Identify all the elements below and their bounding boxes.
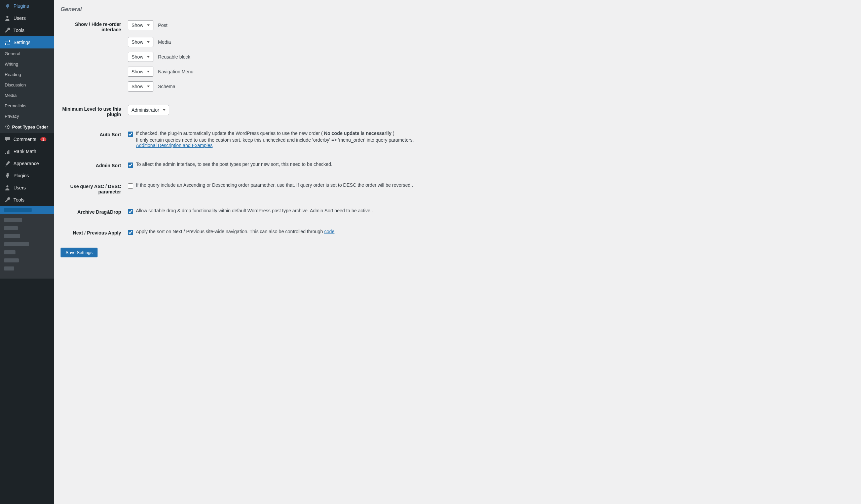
- sidebar-label: Tools: [13, 197, 25, 203]
- sidebar-label: Plugins: [13, 3, 29, 9]
- svg-point-2: [7, 126, 8, 127]
- select-min-level[interactable]: Administrator: [128, 105, 169, 115]
- sidebar-item-comments[interactable]: Comments 1: [0, 133, 54, 145]
- sidebar-label: Post Types Order: [12, 124, 48, 130]
- user-icon: [4, 15, 11, 22]
- label-nextprev: Next / Previous Apply: [60, 229, 128, 235]
- submenu-general[interactable]: General: [0, 49, 54, 59]
- submenu-permalinks[interactable]: Permalinks: [0, 100, 54, 111]
- label-admin-sort: Admin Sort: [60, 162, 128, 168]
- label-asc-desc: Use query ASC / DESC parameter: [60, 182, 128, 194]
- user-icon: [4, 185, 11, 191]
- save-settings-button[interactable]: Save Settings: [60, 248, 97, 257]
- archive-text: Allow sortable drag & drop functionality…: [136, 208, 373, 213]
- comments-count-badge: 1: [40, 137, 46, 141]
- section-heading: General: [60, 6, 471, 13]
- nextprev-text: Apply the sort on Next / Previous site-w…: [136, 229, 334, 234]
- submenu-media[interactable]: Media: [0, 90, 54, 100]
- sidebar-item-settings[interactable]: Settings: [0, 36, 54, 49]
- type-reusable: Reusable block: [158, 54, 190, 59]
- sidebar-item-rankmath[interactable]: Rank Math: [0, 145, 54, 158]
- plug-icon: [4, 172, 11, 179]
- select-reusable[interactable]: Show: [128, 52, 153, 62]
- submenu-writing[interactable]: Writing: [0, 59, 54, 69]
- auto-sort-text: If checked, the plug-in automatically up…: [136, 131, 414, 148]
- bars-icon: [4, 148, 11, 155]
- nextprev-code-link[interactable]: code: [324, 229, 334, 234]
- admin-sidebar: Plugins Users Tools Settings General Wri…: [0, 0, 54, 504]
- sidebar-label: Users: [13, 185, 26, 190]
- settings-page: General Show / Hide re-order interface S…: [54, 0, 478, 504]
- submenu-post-types-order[interactable]: Post Types Order: [0, 121, 54, 133]
- wrench-icon: [4, 196, 11, 203]
- brush-icon: [4, 160, 11, 167]
- type-media: Media: [158, 39, 171, 45]
- settings-submenu: General Writing Reading Discussion Media…: [0, 49, 54, 133]
- admin-sort-text: To affect the admin interface, to see th…: [136, 162, 332, 167]
- label-auto-sort: Auto Sort: [60, 131, 128, 137]
- sliders-icon: [4, 39, 11, 46]
- label-show-hide: Show / Hide re-order interface: [60, 20, 128, 32]
- sidebar-obscured-items: [0, 214, 54, 278]
- sidebar-label: Appearance: [13, 161, 39, 166]
- auto-sort-desc: If only certain queries need to use the …: [136, 137, 414, 142]
- auto-sort-link[interactable]: Additional Description and Examples: [136, 142, 213, 148]
- plug-icon: [4, 3, 11, 10]
- asc-desc-text: If the query include an Ascending or Des…: [136, 182, 413, 188]
- comment-icon: [4, 136, 11, 142]
- sidebar-label: Users: [13, 15, 26, 21]
- select-post[interactable]: Show: [128, 20, 153, 30]
- select-nav[interactable]: Show: [128, 67, 153, 77]
- select-schema[interactable]: Show: [128, 81, 153, 92]
- sidebar-expanded-section[interactable]: [0, 206, 54, 214]
- sidebar-label: Tools: [13, 28, 25, 33]
- type-nav: Navigation Menu: [158, 69, 193, 74]
- sidebar-item-tools-2[interactable]: Tools: [0, 194, 54, 206]
- svg-point-0: [6, 16, 9, 18]
- sidebar-item-plugins[interactable]: Plugins: [0, 0, 54, 12]
- sidebar-item-users[interactable]: Users: [0, 12, 54, 24]
- sidebar-label: Plugins: [13, 173, 29, 178]
- label-archive: Archive Drag&Drop: [60, 208, 128, 215]
- checkbox-nextprev[interactable]: [128, 230, 133, 235]
- sidebar-label: Comments: [13, 137, 36, 142]
- svg-point-3: [6, 186, 9, 187]
- sidebar-item-appearance[interactable]: Appearance: [0, 158, 54, 169]
- submenu-privacy[interactable]: Privacy: [0, 111, 54, 121]
- type-post: Post: [158, 23, 167, 28]
- sidebar-item-users-2[interactable]: Users: [0, 182, 54, 194]
- type-schema: Schema: [158, 84, 175, 89]
- gear-outline-icon: [5, 124, 10, 131]
- sidebar-label: Rank Math: [13, 149, 36, 154]
- checkbox-admin-sort[interactable]: [128, 163, 133, 168]
- wrench-icon: [4, 27, 11, 33]
- select-media[interactable]: Show: [128, 37, 153, 47]
- sidebar-label: Settings: [13, 40, 31, 45]
- checkbox-auto-sort[interactable]: [128, 132, 133, 137]
- sidebar-item-tools[interactable]: Tools: [0, 24, 54, 36]
- sidebar-item-plugins-2[interactable]: Plugins: [0, 169, 54, 182]
- checkbox-asc-desc[interactable]: [128, 183, 133, 189]
- label-min-level: Minimum Level to use this plugin: [60, 105, 128, 117]
- submenu-discussion[interactable]: Discussion: [0, 80, 54, 90]
- checkbox-archive[interactable]: [128, 209, 133, 214]
- submenu-reading[interactable]: Reading: [0, 69, 54, 80]
